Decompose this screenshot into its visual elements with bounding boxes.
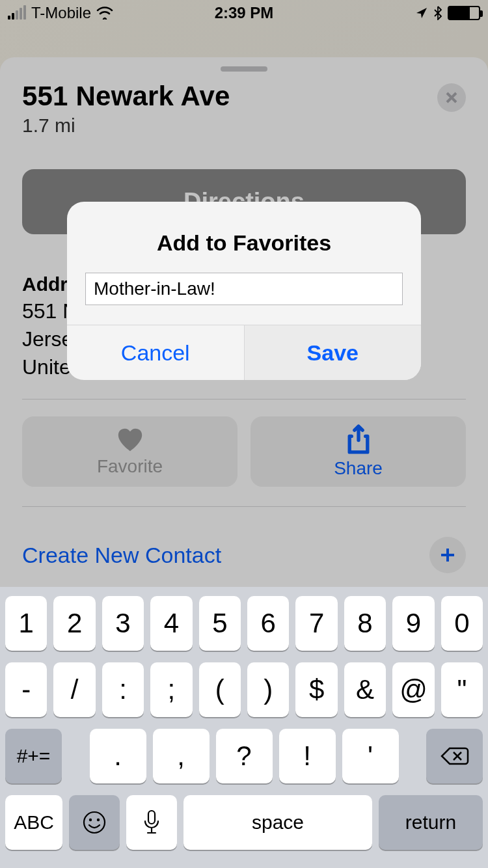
key-4[interactable]: 4 — [150, 596, 192, 651]
key-7[interactable]: 7 — [295, 596, 337, 651]
key-period[interactable]: . — [90, 729, 146, 783]
key-colon[interactable]: : — [102, 662, 144, 717]
key-dash[interactable]: - — [5, 662, 47, 717]
alert-title: Add to Favorites — [67, 202, 421, 273]
key-apostrophe[interactable]: ' — [342, 729, 399, 783]
key-abc[interactable]: ABC — [5, 795, 62, 850]
key-open-paren[interactable]: ( — [199, 662, 241, 717]
emoji-icon — [82, 810, 107, 835]
save-button[interactable]: Save — [244, 325, 422, 380]
key-backspace[interactable] — [426, 729, 483, 783]
backspace-icon — [441, 746, 469, 766]
key-5[interactable]: 5 — [199, 596, 241, 651]
key-dictate[interactable] — [126, 795, 177, 850]
favorite-name-input[interactable] — [94, 278, 394, 299]
mic-icon — [143, 809, 160, 835]
key-0[interactable]: 0 — [441, 596, 483, 651]
key-quote[interactable]: " — [441, 662, 483, 717]
favorite-name-input-wrapper[interactable] — [85, 273, 403, 305]
key-exclaim[interactable]: ! — [279, 729, 336, 783]
key-ampersand[interactable]: & — [344, 662, 386, 717]
add-favorite-alert: Add to Favorites Cancel Save — [67, 202, 421, 380]
key-close-paren[interactable]: ) — [247, 662, 289, 717]
key-comma[interactable]: , — [153, 729, 210, 783]
key-at[interactable]: @ — [392, 662, 434, 717]
key-symbols[interactable]: #+= — [5, 729, 62, 783]
key-semicolon[interactable]: ; — [150, 662, 192, 717]
key-1[interactable]: 1 — [5, 596, 47, 651]
key-2[interactable]: 2 — [53, 596, 95, 651]
key-question[interactable]: ? — [216, 729, 273, 783]
key-dollar[interactable]: $ — [295, 662, 337, 717]
key-emoji[interactable] — [69, 795, 120, 850]
cancel-label: Cancel — [121, 340, 190, 366]
key-6[interactable]: 6 — [247, 596, 289, 651]
key-3[interactable]: 3 — [102, 596, 144, 651]
key-return[interactable]: return — [379, 795, 483, 850]
save-label: Save — [307, 340, 359, 366]
key-8[interactable]: 8 — [344, 596, 386, 651]
svg-point-1 — [89, 819, 92, 821]
svg-point-2 — [97, 819, 100, 821]
key-9[interactable]: 9 — [392, 596, 434, 651]
svg-rect-3 — [148, 811, 155, 824]
key-space[interactable]: space — [183, 795, 372, 850]
keyboard: 1 2 3 4 5 6 7 8 9 0 - / : ; ( ) $ & @ " … — [0, 587, 488, 868]
svg-point-0 — [84, 812, 105, 833]
key-slash[interactable]: / — [53, 662, 95, 717]
cancel-button[interactable]: Cancel — [67, 325, 244, 380]
